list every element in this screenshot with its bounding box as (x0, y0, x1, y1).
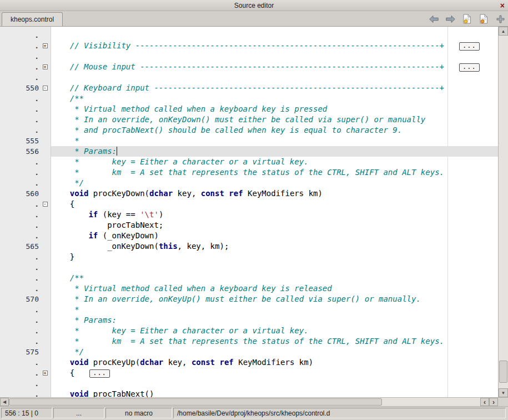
code-line[interactable]: .- { (0, 199, 498, 209)
code-text[interactable]: // Visibility --------------------------… (51, 41, 498, 51)
code-line[interactable]: . * Params: (0, 315, 498, 326)
jump-forward-button[interactable] (444, 13, 456, 25)
code-text[interactable]: procTabNext; (51, 220, 498, 231)
vertical-scroll-thumb[interactable] (499, 361, 507, 383)
code-line[interactable]: . (0, 72, 498, 83)
code-line[interactable]: . * and procTabNext() should be called w… (0, 125, 498, 136)
scroll-down-button[interactable]: ▼ (499, 388, 508, 397)
code-text[interactable]: if (_onKeyDown) (51, 231, 498, 241)
horizontal-scroll-track[interactable] (9, 398, 480, 406)
scroll-step-left-button[interactable]: ‹ (480, 398, 489, 406)
code-line[interactable]: . * In an override, onKeyDown() must eit… (0, 114, 498, 125)
code-line[interactable]: . /** (0, 273, 498, 283)
detach-button[interactable] (494, 13, 506, 25)
code-line[interactable]: . * (0, 304, 498, 315)
fold-toggle-icon[interactable]: - (39, 83, 51, 93)
close-button[interactable]: × (500, 1, 505, 11)
code-line[interactable]: .+ // Mouse input ----------------------… (0, 62, 498, 72)
code-line[interactable]: 550- // Keyboard input -----------------… (0, 83, 498, 93)
code-text[interactable]: */ (51, 347, 498, 357)
code-viewport[interactable]: ..+ // Visibility ----------------------… (0, 27, 498, 397)
code-text[interactable] (51, 262, 498, 273)
code-line[interactable]: . /** (0, 93, 498, 104)
code-text[interactable]: * key = Either a character or a virtual … (51, 326, 498, 336)
code-text[interactable]: * km = A set that represents the status … (51, 167, 498, 178)
code-text[interactable]: * In an override, onKeyDown() must eithe… (51, 114, 498, 125)
code-line[interactable]: . if (_onKeyDown) (0, 231, 498, 241)
back-arrow-icon (429, 16, 439, 23)
fold-toggle-icon[interactable]: + (39, 41, 51, 51)
code-text[interactable]: // Keyboard input ----------------------… (51, 83, 498, 93)
source-editor-window: Source editor × kheops.control (0, 0, 508, 420)
horizontal-scrollbar[interactable]: ◀ ‹ › (0, 397, 498, 406)
code-line[interactable]: 570 * In an override, onKeyUp() must eit… (0, 294, 498, 304)
code-line[interactable]: . (0, 30, 498, 41)
code-line[interactable]: 555 * (0, 136, 498, 146)
code-line[interactable]: . void procTabNext() (0, 389, 498, 397)
code-text[interactable]: * Params: (51, 315, 498, 326)
code-text[interactable] (51, 378, 498, 389)
document-button-2[interactable] (477, 13, 490, 25)
code-text[interactable]: _onKeyDown(this, key, km); (51, 241, 498, 252)
code-line[interactable]: .+ {... (0, 368, 498, 378)
code-line[interactable]: . * km = A set that represents the statu… (0, 167, 498, 178)
scroll-up-button[interactable]: ▲ (499, 27, 508, 36)
code-text[interactable]: * km = A set that represents the status … (51, 336, 498, 347)
code-text[interactable]: * and procTabNext() should be called whe… (51, 125, 498, 136)
code-text[interactable]: * (51, 136, 498, 146)
code-line[interactable]: . } (0, 252, 498, 262)
vertical-scrollbar[interactable]: ▲ ▼ (498, 27, 508, 397)
scroll-left-button[interactable]: ◀ (0, 398, 9, 406)
code-line[interactable]: . (0, 378, 498, 389)
code-text[interactable]: * In an override, onKeyUp() must either … (51, 294, 498, 304)
code-text[interactable]: void procTabNext() (51, 389, 498, 397)
code-line[interactable]: . */ (0, 178, 498, 188)
collapsed-fold-ellipsis[interactable]: ... (89, 369, 110, 378)
code-text[interactable]: // Mouse input -------------------------… (51, 62, 498, 72)
code-text[interactable] (51, 30, 498, 41)
fold-toggle-icon[interactable]: + (39, 62, 51, 72)
code-line[interactable]: . * Virtual method called when a keyboar… (0, 104, 498, 114)
code-line[interactable]: . (0, 51, 498, 62)
fold-toggle-icon[interactable]: + (39, 368, 51, 378)
code-text[interactable]: void procKeyUp(dchar key, const ref KeyM… (51, 357, 498, 368)
code-line[interactable]: 560 void procKeyDown(dchar key, const re… (0, 188, 498, 199)
code-text[interactable]: void procKeyDown(dchar key, const ref Ke… (51, 188, 498, 199)
jump-back-button[interactable] (427, 13, 440, 25)
line-dot: . (0, 315, 39, 326)
code-line[interactable]: .+ // Visibility -----------------------… (0, 41, 498, 51)
collapsed-fold-ellipsis[interactable]: ... (459, 42, 480, 51)
code-text[interactable]: * (51, 304, 498, 315)
code-text[interactable]: * Virtual method called when a keyboard … (51, 283, 498, 294)
code-line[interactable]: 565 _onKeyDown(this, key, km); (0, 241, 498, 252)
code-text[interactable]: /** (51, 273, 498, 283)
code-text[interactable] (51, 72, 498, 83)
code-text[interactable]: {... (51, 368, 498, 378)
tab-kheops-control[interactable]: kheops.control (2, 12, 63, 26)
code-line[interactable]: . * km = A set that represents the statu… (0, 336, 498, 347)
scroll-step-right-button[interactable]: › (489, 398, 498, 406)
code-text[interactable]: if (key == '\t') (51, 209, 498, 220)
code-line[interactable]: 575 */ (0, 347, 498, 357)
vertical-scroll-track[interactable] (499, 36, 508, 388)
code-line[interactable]: . * key = Either a character or a virtua… (0, 326, 498, 336)
code-text[interactable]: * Params: (51, 146, 498, 157)
horizontal-scroll-thumb[interactable] (9, 398, 382, 406)
collapsed-fold-ellipsis[interactable]: ... (459, 63, 480, 72)
code-line[interactable]: . (0, 262, 498, 273)
code-line[interactable]: . * Virtual method called when a keyboar… (0, 283, 498, 294)
fold-toggle-icon[interactable]: - (39, 199, 51, 209)
code-line[interactable]: . procTabNext; (0, 220, 498, 231)
code-text[interactable] (51, 51, 498, 62)
code-text[interactable]: /** (51, 93, 498, 104)
code-line[interactable]: 556 * Params: (0, 146, 498, 157)
code-line[interactable]: . if (key == '\t') (0, 209, 498, 220)
code-text[interactable]: { (51, 199, 498, 209)
code-text[interactable]: * Virtual method called when a keyboard … (51, 104, 498, 114)
code-line[interactable]: . void procKeyUp(dchar key, const ref Ke… (0, 357, 498, 368)
code-text[interactable]: * key = Either a character or a virtual … (51, 157, 498, 167)
code-text[interactable]: */ (51, 178, 498, 188)
code-line[interactable]: . * key = Either a character or a virtua… (0, 157, 498, 167)
code-text[interactable]: } (51, 252, 498, 262)
document-button-1[interactable] (461, 13, 473, 25)
